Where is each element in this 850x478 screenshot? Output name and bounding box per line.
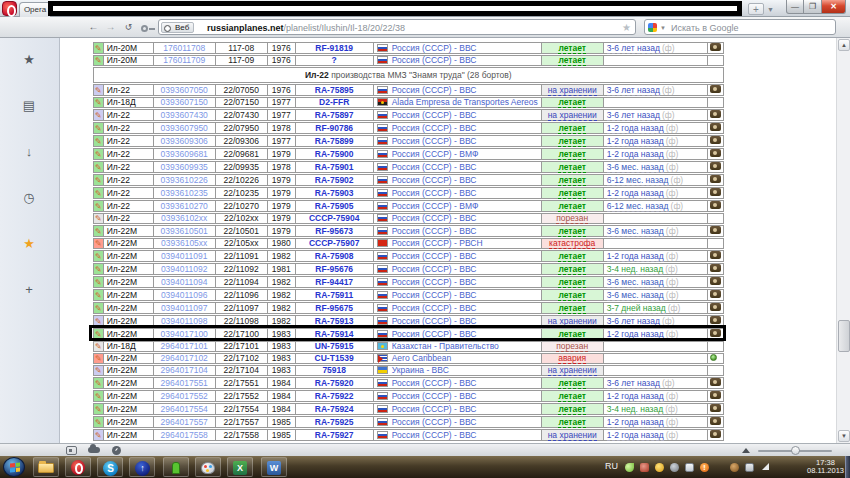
operator-link[interactable]: Россия (СССР) - ВМФ bbox=[392, 149, 479, 159]
edit-pencil-icon[interactable]: ✎ bbox=[95, 98, 102, 107]
status-badge[interactable]: летает bbox=[558, 123, 586, 134]
serial-number-link[interactable]: 0393607050 bbox=[161, 85, 208, 95]
registration-link[interactable]: ? bbox=[332, 55, 337, 65]
search-field[interactable]: ▼ Искать в Google bbox=[644, 19, 836, 35]
registration-link[interactable]: RA-75925 bbox=[315, 417, 354, 427]
photo-suffix-link[interactable]: (ф) bbox=[666, 188, 679, 198]
status-badge[interactable]: на хранении bbox=[548, 85, 597, 96]
operator-link[interactable]: Россия (СССР) - ВВС bbox=[392, 43, 477, 53]
photo-suffix-link[interactable]: (ф) bbox=[666, 251, 679, 261]
status-badge[interactable]: летает bbox=[558, 136, 586, 147]
opera-link-cloud-icon[interactable] bbox=[88, 447, 100, 453]
operator-link[interactable]: Россия (СССР) - РВСН bbox=[392, 238, 483, 248]
zoom-slider[interactable] bbox=[758, 450, 832, 452]
photo-age-link[interactable]: 3-6 мес. назад bbox=[607, 290, 664, 301]
edit-pencil-icon[interactable]: ✎ bbox=[95, 354, 102, 363]
taskbar-explorer-icon[interactable] bbox=[33, 457, 59, 477]
registration-link[interactable]: RA-75911 bbox=[315, 290, 353, 300]
serial-number-link[interactable]: 0394011096 bbox=[161, 290, 208, 300]
tray-gray-app-icon[interactable] bbox=[670, 463, 679, 472]
taskbar-excel-icon[interactable]: X bbox=[227, 457, 253, 477]
camera-icon[interactable] bbox=[710, 85, 721, 93]
camera-icon[interactable] bbox=[710, 290, 721, 298]
edit-pencil-icon[interactable]: ✎ bbox=[95, 111, 102, 120]
search-engine-caret-icon[interactable]: ▼ bbox=[660, 25, 666, 31]
camera-icon[interactable] bbox=[710, 417, 721, 425]
serial-number-link[interactable]: 03936102xx bbox=[161, 213, 207, 223]
serial-number-link[interactable]: 2964017551 bbox=[161, 378, 208, 388]
edit-pencil-icon[interactable]: ✎ bbox=[95, 405, 102, 414]
operator-link[interactable]: Aero Caribbean bbox=[392, 353, 452, 363]
bookmark-star-icon[interactable]: ★ bbox=[622, 21, 631, 35]
language-indicator[interactable]: RU bbox=[605, 461, 618, 471]
edit-pencil-icon[interactable]: ✎ bbox=[95, 278, 102, 287]
operator-link[interactable]: Россия (СССР) - ВВС bbox=[392, 85, 477, 95]
photo-age-link[interactable]: 3-6 мес. назад bbox=[607, 162, 664, 173]
serial-number-link[interactable]: 0393609681 bbox=[161, 149, 208, 159]
taskbar-word-icon[interactable]: W bbox=[261, 457, 287, 477]
edit-pencil-icon[interactable]: ✎ bbox=[95, 163, 102, 172]
operator-link[interactable]: Россия (СССР) - ВВС bbox=[392, 251, 477, 261]
status-badge[interactable]: авария bbox=[558, 353, 586, 364]
edit-pencil-icon[interactable]: ✎ bbox=[95, 330, 102, 339]
registration-link[interactable]: RA-75902 bbox=[315, 175, 354, 185]
status-badge[interactable]: порезан bbox=[556, 341, 588, 352]
serial-number-link[interactable]: 0393609935 bbox=[161, 162, 208, 172]
operator-link[interactable]: Россия (СССР) - ВВС bbox=[392, 188, 477, 198]
camera-icon[interactable] bbox=[710, 136, 721, 144]
tray-brown-app-icon[interactable] bbox=[730, 463, 739, 472]
photo-age-link[interactable]: 1-2 года назад bbox=[607, 188, 664, 199]
operator-link[interactable]: Россия (СССР) - ВВС bbox=[392, 123, 477, 133]
window-minimize-button[interactable]: — bbox=[786, 0, 804, 14]
status-badge[interactable]: летает bbox=[558, 277, 586, 288]
operator-link[interactable]: Россия (СССР) - ВМФ bbox=[392, 201, 479, 211]
registration-link[interactable]: RA-75897 bbox=[315, 110, 354, 120]
operator-link[interactable]: Россия (СССР) - ВВС bbox=[392, 226, 477, 236]
speeddial-star-icon[interactable]: ★ bbox=[18, 234, 40, 256]
registration-link[interactable]: RA-75922 bbox=[315, 391, 354, 401]
edit-pencil-icon[interactable]: ✎ bbox=[95, 342, 102, 351]
taskbar-arrow-app-icon[interactable]: ↑ bbox=[129, 457, 155, 477]
photo-suffix-link[interactable]: (ф) bbox=[666, 329, 679, 339]
operator-link[interactable]: Россия (СССР) - ВВС bbox=[392, 316, 477, 326]
operator-link[interactable]: Россия (СССР) - ВВС bbox=[392, 378, 477, 388]
new-tab-button[interactable]: + bbox=[748, 3, 764, 15]
registration-link[interactable]: CU-T1539 bbox=[315, 353, 354, 363]
photo-age-link[interactable]: 3-6 мес. назад bbox=[607, 277, 664, 288]
taskbar-opera-icon[interactable] bbox=[65, 457, 91, 477]
back-button[interactable]: ← bbox=[86, 20, 101, 35]
operator-link[interactable]: Россия (СССР) - ВВС bbox=[392, 290, 477, 300]
status-badge[interactable]: летает bbox=[558, 251, 586, 262]
tray-yellow-app-icon[interactable] bbox=[655, 463, 664, 472]
green-dot-icon[interactable] bbox=[710, 354, 717, 361]
serial-number-link[interactable]: 0394017100 bbox=[161, 329, 208, 339]
edit-pencil-icon[interactable]: ✎ bbox=[95, 124, 102, 133]
photo-age-link[interactable]: 1-2 года назад bbox=[607, 417, 664, 428]
edit-pencil-icon[interactable]: ✎ bbox=[95, 227, 102, 236]
photo-age-link[interactable]: 6-12 мес. назад bbox=[607, 175, 669, 186]
opera-logo-icon[interactable] bbox=[2, 1, 17, 16]
registration-link[interactable]: RA-75913 bbox=[315, 316, 354, 326]
photo-age-link[interactable]: 3-6 лет назад bbox=[607, 110, 660, 121]
status-badge[interactable]: катастрофа bbox=[549, 238, 595, 249]
add-panel-icon[interactable]: + bbox=[18, 280, 40, 302]
registration-link[interactable]: RA-75920 bbox=[315, 378, 354, 388]
serial-number-link[interactable]: 0394011092 bbox=[161, 264, 208, 274]
edit-pencil-icon[interactable]: ✎ bbox=[95, 214, 102, 223]
tray-leaf-icon[interactable] bbox=[625, 463, 634, 472]
edit-pencil-icon[interactable]: ✎ bbox=[95, 239, 102, 248]
status-badge[interactable]: летает bbox=[558, 290, 586, 301]
tab-list-caret-icon[interactable]: ▼ bbox=[767, 6, 774, 13]
operator-link[interactable]: Россия (СССР) - ВВС bbox=[392, 213, 477, 223]
camera-icon[interactable] bbox=[710, 149, 721, 157]
serial-number-link[interactable]: 2964017552 bbox=[161, 391, 208, 401]
serial-number-link[interactable]: 2964017104 bbox=[161, 365, 208, 375]
status-badge[interactable]: на хранении bbox=[548, 430, 597, 441]
status-badge[interactable]: летает bbox=[558, 43, 586, 54]
camera-icon[interactable] bbox=[710, 316, 721, 324]
scroll-down-button[interactable]: ▼ bbox=[838, 430, 850, 442]
edit-pencil-icon[interactable]: ✎ bbox=[95, 56, 102, 65]
photo-suffix-link[interactable]: (ф) bbox=[662, 378, 675, 388]
photo-age-link[interactable]: 1-2 года назад bbox=[607, 149, 664, 160]
taskbar-paint-icon[interactable] bbox=[195, 457, 221, 477]
